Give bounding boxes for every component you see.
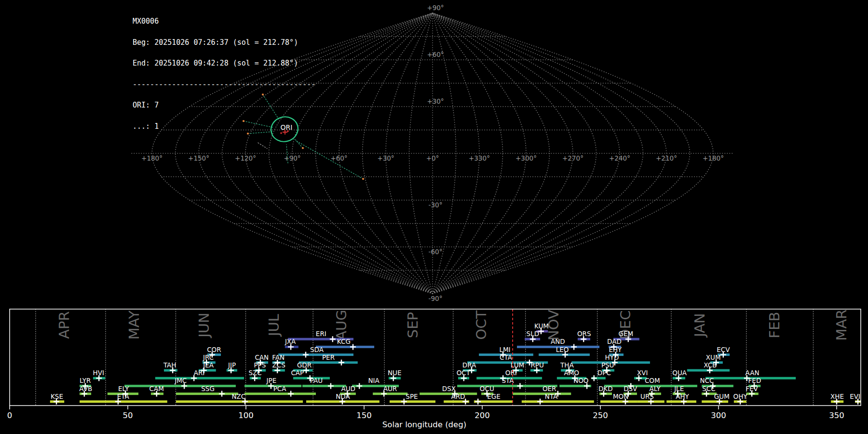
shower-activity-bar [244, 393, 316, 395]
shower-code-label: OER [542, 385, 556, 393]
shower-ors: ORS [577, 330, 591, 342]
shower-code-label: JLE [674, 385, 684, 393]
x-tick-label: 50 [123, 411, 133, 420]
latitude-label: -90° [429, 295, 443, 302]
meridian-line [433, 13, 620, 294]
shower-code-label: NCC [700, 377, 714, 384]
shower-code-label: SZC [248, 369, 261, 377]
shower-code-label: EHY [609, 346, 622, 353]
longitude-label: +120° [235, 154, 256, 162]
x-tick-label: 350 [829, 411, 844, 420]
shower-activity-bar [513, 393, 571, 395]
shower-fev: FEV [746, 385, 758, 397]
shower-code-label: JRC [203, 353, 214, 361]
shower-code-label: XVI [637, 369, 648, 377]
shower-code-label: PSU [601, 361, 614, 369]
session-begin: Beg: 20251026 07:26:37 (sol = 212.78°) [133, 39, 315, 46]
month-label: JUN [196, 312, 212, 338]
shower-code-label: SDA [310, 346, 324, 353]
shower-code-label: PAU [310, 377, 323, 384]
shower-qua: QUA [672, 369, 687, 381]
shower-code-label: TAH [163, 361, 176, 369]
station-id: MX0006 [133, 18, 315, 25]
shower-code-label: COR [207, 346, 221, 353]
shower-code-label: AAN [746, 369, 760, 377]
shower-code-label: NDA [336, 393, 350, 400]
x-tick-label: 100 [238, 411, 254, 420]
shower-code-label: CAP [291, 369, 304, 377]
shower-activity-bar [316, 346, 374, 348]
peak-cross-icon [356, 383, 362, 389]
separator-line: ----------------------------------------… [133, 81, 315, 88]
shower-activity-bar [420, 393, 477, 395]
longitude-label: +210° [656, 154, 677, 162]
shower-zcs: ZCS [272, 361, 285, 373]
shower-code-label: FEV [746, 385, 758, 393]
longitude-label: +150° [188, 154, 209, 162]
shower-code-label: EVI [850, 393, 860, 400]
month-label: MAR [833, 309, 850, 340]
shower-activity-bar [155, 377, 244, 380]
meridian-line [316, 13, 433, 294]
shower-ohy: OHY [733, 393, 748, 405]
latitude-label: -30° [429, 201, 443, 209]
shower-kse: KSE [50, 393, 64, 405]
count-other: ...: 1 [133, 123, 315, 130]
shower-activity-bar [390, 400, 435, 403]
peak-cross-icon [328, 383, 334, 389]
shower-code-label: DRA [462, 361, 476, 369]
longitude-label: +60° [330, 154, 347, 162]
shower-code-label: PCA [273, 385, 287, 393]
shower-code-label: NIA [368, 377, 380, 384]
shower-tah: TAH [163, 361, 177, 373]
peak-cross-icon [591, 375, 597, 381]
shower-code-label: LYR [80, 377, 91, 384]
shower-code-label: NOO [573, 377, 588, 384]
longitude-label: +270° [562, 154, 583, 162]
shower-avb: AVB [79, 385, 92, 397]
shower-code-label: ELY [118, 385, 129, 393]
session-end: End: 20251026 09:42:28 (sol = 212.88°) [133, 60, 315, 67]
shower-code-label: FED [748, 377, 761, 384]
shower-code-label: OCT [457, 369, 471, 377]
shower-code-label: MON [613, 393, 628, 400]
shower-dkd: DKD [598, 385, 613, 397]
shower-code-label: ALY [650, 385, 661, 393]
shower-code-label: LMI [499, 346, 510, 353]
shower-code-label: GDR [297, 361, 312, 369]
meteor-session-plot: +180°+150°+120°+90°+60°+30°+0°+330°+300°… [0, 0, 868, 434]
shower-code-label: DKD [598, 385, 613, 393]
shower-code-label: PPS [254, 361, 266, 369]
meteor-start-dot [362, 178, 364, 180]
shower-rpu: RPU [530, 361, 544, 373]
shower-code-label: SSG [201, 385, 215, 393]
shower-activity-bar [600, 400, 637, 403]
month-label: JUL [266, 314, 282, 337]
shower-code-label: ARI [194, 369, 205, 377]
latitude-label: +60° [427, 51, 444, 58]
shower-code-label: FAN [272, 353, 285, 361]
shower-code-label: DPC [597, 369, 611, 377]
shower-code-label: CAN [255, 353, 269, 361]
month-label: APR [56, 311, 72, 339]
shower-code-label: LEO [556, 346, 569, 353]
shower-xhe: XHE [830, 393, 844, 405]
shower-activity-bar [176, 400, 303, 403]
shower-sld: SLD [525, 330, 540, 342]
shower-code-label: OCU [480, 385, 494, 393]
shower-code-label: SLD [527, 330, 540, 338]
month-label: OCT [473, 310, 489, 339]
x-tick-label: 0 [7, 411, 13, 420]
shower-code-label: JMC [174, 377, 187, 384]
shower-code-label: DSV [624, 385, 637, 393]
longitude-label: +30° [377, 154, 394, 162]
shower-code-label: THA [560, 361, 574, 369]
peak-cross-icon [350, 344, 356, 350]
shower-code-label: ZCS [272, 361, 285, 369]
shower-code-label: GEM [619, 330, 634, 338]
peak-cross-icon [571, 344, 577, 350]
shower-code-label: CAM [149, 385, 164, 393]
month-label: JAN [692, 313, 708, 338]
shower-code-label: XUM [706, 353, 721, 361]
shower-code-label: NZC [231, 393, 245, 400]
